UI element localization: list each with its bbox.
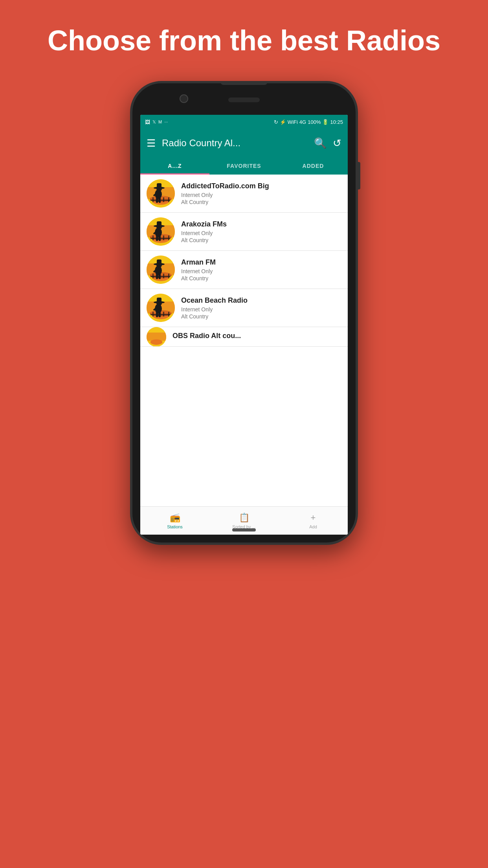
svg-rect-46 <box>163 274 164 278</box>
svg-rect-45 <box>158 274 159 278</box>
phone-screen: 🖼 𝕏 M ··· ↻ ⚡ WiFi 4G 100% 🔋 10:25 ☰ Rad… <box>140 115 348 535</box>
svg-rect-15 <box>168 197 169 202</box>
station-info: AddictedToRadio.com Big Internet Only Al… <box>181 182 341 205</box>
avatar <box>147 179 175 208</box>
wifi-icon: WiFi <box>288 119 298 125</box>
sorted-icon: 📋 <box>239 513 250 523</box>
avatar <box>147 217 175 246</box>
list-item[interactable]: Arakozia FMs Internet Only Alt Country <box>140 213 348 251</box>
twitter-icon: 𝕏 <box>152 120 156 125</box>
svg-rect-61 <box>158 312 159 316</box>
svg-rect-62 <box>163 312 164 316</box>
svg-rect-12 <box>152 197 154 202</box>
station-genre: Alt Country <box>181 199 341 205</box>
app-bar: ☰ Radio Country Al... 🔍 ↺ <box>140 129 348 157</box>
svg-rect-60 <box>152 312 154 316</box>
station-sub: Internet Only <box>181 230 341 236</box>
home-indicator <box>232 528 256 531</box>
tabs-bar: A...Z FAVORITES ADDED <box>140 157 348 175</box>
image-icon: 🖼 <box>145 119 150 125</box>
dots-icon: ··· <box>164 120 168 124</box>
stations-label: Stations <box>167 524 183 529</box>
svg-rect-30 <box>163 235 164 240</box>
phone-frame: 🖼 𝕏 M ··· ↻ ⚡ WiFi 4G 100% 🔋 10:25 ☰ Rad… <box>130 81 358 545</box>
phone-speaker <box>228 97 260 102</box>
svg-rect-44 <box>152 274 154 278</box>
svg-rect-14 <box>163 197 164 202</box>
station-info: Arakozia FMs Internet Only Alt Country <box>181 220 341 243</box>
add-icon: + <box>311 513 316 523</box>
svg-rect-63 <box>168 312 169 316</box>
hamburger-icon[interactable]: ☰ <box>147 137 156 149</box>
svg-rect-47 <box>168 274 169 278</box>
tab-favorites[interactable]: FAVORITES <box>209 157 279 175</box>
battery-text: 100% <box>308 119 321 125</box>
nav-item-stations[interactable]: 📻 Stations <box>140 507 209 535</box>
refresh-icon[interactable]: ↺ <box>333 137 341 149</box>
svg-rect-28 <box>152 235 154 240</box>
svg-rect-31 <box>168 235 169 240</box>
station-sub: Internet Only <box>181 306 341 313</box>
list-item[interactable]: AddictedToRadio.com Big Internet Only Al… <box>140 175 348 213</box>
search-icon[interactable]: 🔍 <box>314 137 327 149</box>
station-name: Arakozia FMs <box>181 220 341 228</box>
station-sub: Internet Only <box>181 192 341 198</box>
list-item[interactable]: Arman FM Internet Only Alt Country <box>140 251 348 289</box>
status-left-icons: 🖼 𝕏 M ··· <box>145 119 168 125</box>
station-name: OBS Radio Alt cou... <box>172 332 341 340</box>
page-title: Choose from the best Radios <box>24 24 464 57</box>
svg-rect-66 <box>147 333 166 341</box>
stations-icon: 📻 <box>170 513 180 523</box>
station-info: Ocean Beach Radio Internet Only Alt Coun… <box>181 296 341 320</box>
station-list: AddictedToRadio.com Big Internet Only Al… <box>140 175 348 506</box>
status-bar: 🖼 𝕏 M ··· ↻ ⚡ WiFi 4G 100% 🔋 10:25 <box>140 115 348 129</box>
tab-az[interactable]: A...Z <box>140 157 209 175</box>
avatar <box>147 256 175 284</box>
bluetooth-icon: ⚡ <box>280 119 286 125</box>
avatar <box>147 327 166 347</box>
list-item[interactable]: OBS Radio Alt cou... <box>140 327 348 347</box>
station-name: AddictedToRadio.com Big <box>181 182 341 190</box>
station-genre: Alt Country <box>181 313 341 320</box>
station-genre: Alt Country <box>181 237 341 243</box>
add-label: Add <box>309 524 317 529</box>
station-name: Arman FM <box>181 258 341 267</box>
status-right-icons: ↻ ⚡ WiFi 4G 100% 🔋 10:25 <box>274 119 343 125</box>
station-info: OBS Radio Alt cou... <box>172 332 341 342</box>
station-info: Arman FM Internet Only Alt Country <box>181 258 341 281</box>
gmail-icon: M <box>158 120 162 124</box>
avatar <box>147 294 175 322</box>
battery-icon: 🔋 <box>322 119 328 125</box>
station-name: Ocean Beach Radio <box>181 296 341 305</box>
tab-added[interactable]: ADDED <box>279 157 348 175</box>
time-display: 10:25 <box>330 119 343 125</box>
station-sub: Internet Only <box>181 268 341 274</box>
list-item[interactable]: Ocean Beach Radio Internet Only Alt Coun… <box>140 289 348 327</box>
app-title: Radio Country Al... <box>162 138 308 149</box>
signal-4g-icon: 4G <box>299 119 306 125</box>
station-genre: Alt Country <box>181 275 341 281</box>
phone-camera <box>180 94 188 103</box>
nav-item-add[interactable]: + Add <box>279 507 348 535</box>
svg-rect-29 <box>158 235 159 240</box>
sync-icon: ↻ <box>274 119 278 125</box>
svg-rect-13 <box>158 197 159 202</box>
